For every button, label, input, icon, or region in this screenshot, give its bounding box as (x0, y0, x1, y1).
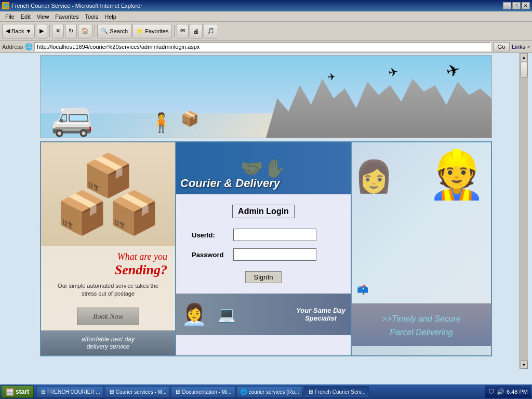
courier-delivery-banner: 🤝✋ Courier & Delivery (176, 142, 351, 194)
address-input[interactable]: http://localhost:1694/courier%20services… (34, 42, 490, 51)
left-footer: affordable next day delivery service (41, 330, 175, 355)
sending-text: Sending? (41, 262, 167, 278)
login-title-text: Admin Login (232, 205, 295, 218)
login-title: Admin Login (192, 205, 335, 218)
right-tagline: >>Timely and Secure Parcel Delivering (357, 311, 486, 338)
address-bar: Address 🌐 http://localhost:1694/courier%… (0, 41, 532, 53)
refresh-icon: ↻ (69, 28, 73, 34)
favorites-button[interactable]: ⭐ Favorites (132, 24, 172, 38)
taskbar-item-icon: 🖥 (40, 389, 46, 395)
search-icon: 🔍 (101, 28, 108, 34)
parcel-icon: 📫 (357, 284, 368, 296)
close-button[interactable]: ✕ (522, 2, 530, 9)
minimize-button[interactable]: _ (503, 2, 511, 9)
taskbar-separator (35, 387, 35, 397)
middle-column: 🤝✋ Courier & Delivery Admin Login UserId… (176, 142, 351, 355)
desk-person-icon: 👩‍💼 (181, 302, 207, 327)
right-bottom-section: >>Timely and Secure Parcel Delivering (352, 303, 491, 346)
userid-input[interactable] (233, 229, 316, 241)
windows-logo-icon: 🪟 (6, 388, 14, 396)
go-button[interactable]: Go (493, 42, 510, 51)
header-banner: 🚐 🧍 📦 ✈ ✈ ✈ (40, 55, 492, 138)
menu-help[interactable]: Help (101, 13, 119, 20)
toolbar-separator-3 (174, 25, 175, 37)
home-icon: 🏠 (82, 28, 89, 34)
taskbar-item-french-courier[interactable]: 🖥 FRENCH COURIER ... (36, 386, 104, 397)
taskbar-item-icon: 🖥 (109, 389, 114, 395)
media-icon: 🎵 (207, 28, 215, 34)
back-dropdown-icon: ▼ (25, 28, 31, 34)
links-button[interactable]: Links (512, 44, 525, 50)
menu-view[interactable]: View (34, 13, 52, 20)
search-button[interactable]: 🔍 Search (97, 24, 131, 38)
scroll-track (520, 61, 528, 361)
book-now-button[interactable]: Book Now (77, 308, 139, 325)
menu-bar: File Edit View Favorites Tools Help (0, 11, 532, 22)
taskbar-item-french-courier-serv[interactable]: 🖥 French Courier Serv... (304, 386, 369, 397)
scroll-up-button[interactable]: ▲ (521, 53, 528, 61)
taskbar-item-courier-ru[interactable]: 🌐 courier services (Ru... (236, 386, 303, 397)
right-column: 👷 👩 📫 >>Timely and Secure Parcel Deliver… (351, 142, 491, 355)
signin-button[interactable]: SignIn (245, 271, 282, 283)
boxes-image: 📦📦📦 (41, 142, 175, 246)
scrollbar[interactable]: ▲ ▼ (520, 53, 528, 369)
stop-icon: ✕ (56, 28, 60, 34)
tray-icon-network: 🔊 (497, 388, 504, 395)
forward-arrow-icon: ▶ (39, 28, 44, 34)
media-button[interactable]: 🎵 (204, 24, 218, 38)
tray-icon-antivirus: 🛡 (488, 388, 495, 395)
back-arrow-icon: ◀ (6, 28, 10, 34)
what-text: What are you (41, 251, 167, 262)
toolbar-separator-2 (95, 25, 95, 37)
taskbar-item-courier-services[interactable]: 🖥 Courier services - M... (105, 386, 170, 397)
print-button[interactable]: 🖨 (190, 24, 203, 38)
expand-icon: » (527, 44, 530, 49)
toolbar-separator-1 (49, 25, 50, 37)
window-title: French Courier Service - Microsoft Inter… (11, 3, 142, 9)
start-button[interactable]: 🪟 start (1, 385, 34, 398)
maximize-button[interactable]: □ (512, 2, 521, 9)
taskbar-item-documentation[interactable]: 🖥 Documentation - Mi... (171, 386, 235, 397)
signin-row: SignIn (192, 271, 335, 283)
title-bar: 🌐 French Courier Service - Microsoft Int… (0, 0, 532, 11)
taskbar-item-icon: 🖥 (175, 389, 180, 395)
refresh-button[interactable]: ↻ (65, 24, 77, 38)
stop-button[interactable]: ✕ (52, 24, 64, 38)
menu-file[interactable]: File (2, 13, 18, 20)
taskbar: 🪟 start 🖥 FRENCH COURIER ... 🖥 Courier s… (0, 384, 532, 399)
same-day-banner: 👩‍💼 💻 Your Same Day Specialist (176, 294, 351, 335)
same-day-text: Your Same Day Specialist (296, 307, 345, 322)
delivery-person-icon: 👷 (428, 148, 486, 202)
right-top-image: 👷 👩 📫 (352, 142, 491, 303)
banner-person-icon: 🧍 (150, 112, 173, 134)
content-area: 🚐 🧍 📦 ✈ ✈ ✈ 📦📦📦 What are you Sending? Ou… (4, 53, 528, 369)
scroll-thumb[interactable] (521, 62, 528, 77)
taskbar-item-label: French Courier Serv... (315, 389, 366, 395)
search-label: Search (110, 28, 128, 34)
favorites-label: Favorites (145, 28, 168, 34)
home-button[interactable]: 🏠 (78, 24, 92, 38)
taskbar-item-icon: 🖥 (308, 389, 313, 395)
taskbar-item-label: FRENCH COURIER ... (47, 389, 100, 395)
app-icon: 🌐 (2, 2, 9, 9)
menu-tools[interactable]: Tools (82, 13, 102, 20)
back-button[interactable]: ◀ Back ▼ (2, 24, 35, 38)
footer-line2: delivery service (46, 343, 170, 350)
menu-favorites[interactable]: Favorites (52, 13, 82, 20)
tagline-line1: >>Timely and Secure (382, 314, 461, 323)
back-label: Back (11, 28, 24, 34)
taskbar-item-label: Courier services - M... (116, 389, 167, 395)
mail-icon: ✉ (180, 28, 185, 34)
menu-edit[interactable]: Edit (18, 13, 34, 20)
footer-line1: affordable next day (46, 336, 170, 343)
scroll-down-button[interactable]: ▼ (521, 361, 528, 369)
url-text: http://localhost:1694/courier%20services… (37, 44, 200, 50)
password-label: Password (192, 251, 233, 259)
forward-button[interactable]: ▶ (36, 24, 47, 38)
password-row: Password (192, 248, 335, 261)
elderly-person-icon: 👩 (354, 158, 393, 195)
system-clock: 6:48 PM (507, 389, 528, 395)
taskbar-item-label: courier services (Ru... (249, 389, 299, 395)
password-input[interactable] (233, 248, 316, 261)
mail-button[interactable]: ✉ (177, 24, 189, 38)
